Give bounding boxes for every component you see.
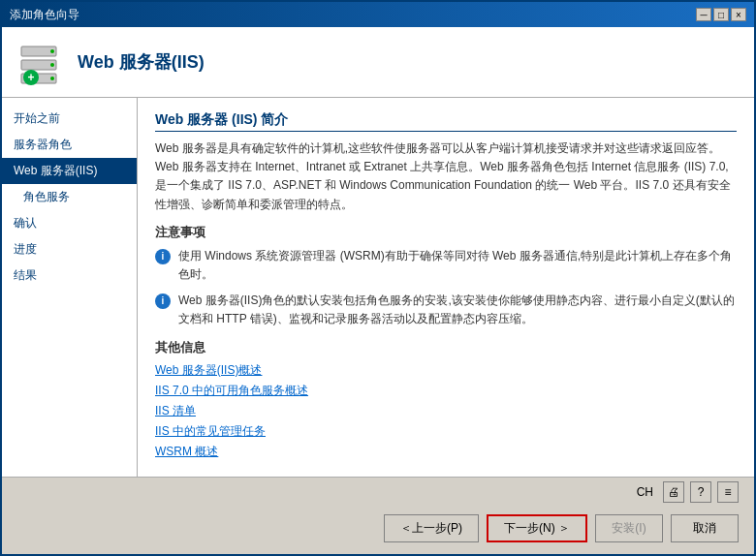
header-title: Web 服务器(IIS) bbox=[78, 50, 205, 74]
main-paragraph: Web 服务器是具有确定软件的计算机,这些软件使服务器可以从客户端计算机接受请求… bbox=[155, 139, 737, 214]
next-button[interactable]: 下一步(N) ＞ bbox=[487, 514, 587, 542]
svg-point-3 bbox=[50, 63, 54, 67]
svg-point-1 bbox=[50, 49, 54, 53]
footer-ch-label: CH bbox=[637, 485, 653, 499]
footer-top: CH 🖨 ? ≡ bbox=[2, 478, 754, 507]
back-button[interactable]: ＜上一步(P) bbox=[384, 514, 479, 542]
sidebar-item-confirm[interactable]: 确认 bbox=[2, 210, 137, 236]
sidebar-item-server-roles[interactable]: 服务器角色 bbox=[2, 132, 137, 158]
maximize-button[interactable]: □ bbox=[713, 8, 729, 21]
notice-text-1: Web 服务器(IIS)角色的默认安装包括角色服务的安装,该安装使你能够使用静态… bbox=[178, 292, 737, 328]
title-bar-left: 添加角色向导 bbox=[10, 7, 79, 23]
header-section: + Web 服务器(IIS) bbox=[2, 27, 754, 98]
title-bar: 添加角色向导 ─ □ × bbox=[2, 2, 754, 27]
notice-title: 注意事项 bbox=[155, 224, 737, 241]
link-4[interactable]: WSRM 概述 bbox=[155, 444, 737, 460]
content-area: Web 服务器 (IIS) 简介 Web 服务器是具有确定软件的计算机,这些软件… bbox=[138, 98, 754, 477]
help-icon[interactable]: ? bbox=[690, 481, 711, 503]
sidebar: 开始之前 服务器角色 Web 服务器(IIS) 角色服务 确认 进度 结果 bbox=[2, 98, 138, 477]
info-icon-1: i bbox=[155, 293, 171, 309]
link-0[interactable]: Web 服务器(IIS)概述 bbox=[155, 362, 737, 379]
link-3[interactable]: IIS 中的常见管理任务 bbox=[155, 423, 737, 440]
info-icon-0: i bbox=[155, 249, 171, 264]
install-button[interactable]: 安装(I) bbox=[595, 514, 663, 542]
close-button[interactable]: × bbox=[731, 8, 746, 21]
sidebar-item-start[interactable]: 开始之前 bbox=[2, 106, 137, 132]
title-bar-controls: ─ □ × bbox=[696, 8, 746, 21]
sidebar-item-results[interactable]: 结果 bbox=[2, 263, 137, 289]
server-icon: + bbox=[17, 39, 64, 85]
svg-text:+: + bbox=[27, 71, 34, 84]
sidebar-item-role-services[interactable]: 角色服务 bbox=[2, 184, 137, 210]
svg-point-5 bbox=[50, 77, 54, 80]
minimize-button[interactable]: ─ bbox=[696, 8, 711, 21]
other-info-title: 其他信息 bbox=[155, 339, 737, 356]
link-1[interactable]: IIS 7.0 中的可用角色服务概述 bbox=[155, 383, 737, 399]
sidebar-item-web-server[interactable]: Web 服务器(IIS) bbox=[2, 158, 137, 184]
notice-text-0: 使用 Windows 系统资源管理器 (WSRM)有助于确保等同对待 Web 服… bbox=[178, 247, 737, 284]
footer-buttons: ＜上一步(P) 下一步(N) ＞ 安装(I) 取消 bbox=[2, 507, 754, 554]
notice-item-0: i 使用 Windows 系统资源管理器 (WSRM)有助于确保等同对待 Web… bbox=[155, 247, 737, 284]
sidebar-item-progress[interactable]: 进度 bbox=[2, 236, 137, 263]
notice-item-1: i Web 服务器(IIS)角色的默认安装包括角色服务的安装,该安装使你能够使用… bbox=[155, 292, 737, 328]
cancel-button[interactable]: 取消 bbox=[671, 514, 739, 542]
menu-icon[interactable]: ≡ bbox=[717, 481, 739, 503]
print-icon[interactable]: 🖨 bbox=[663, 481, 684, 503]
link-2[interactable]: IIS 清单 bbox=[155, 403, 737, 419]
main-window: 添加角色向导 ─ □ × + Web 服务器(IIS) bbox=[0, 0, 756, 556]
footer: CH 🖨 ? ≡ ＜上一步(P) 下一步(N) ＞ 安装(I) 取消 bbox=[2, 477, 754, 554]
title-bar-title: 添加角色向导 bbox=[10, 7, 79, 23]
main-section-title: Web 服务器 (IIS) 简介 bbox=[155, 111, 737, 132]
main-content: 开始之前 服务器角色 Web 服务器(IIS) 角色服务 确认 进度 结果 We… bbox=[2, 98, 754, 477]
